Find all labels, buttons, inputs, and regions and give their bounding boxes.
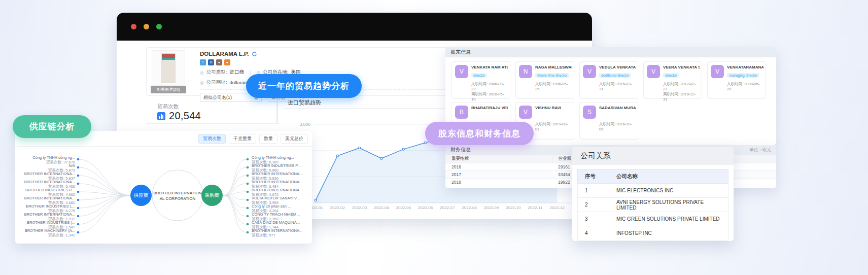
financial-cell: 2016 bbox=[445, 163, 552, 171]
buyer-name[interactable]: Công ty cổ phần sản ... bbox=[252, 204, 291, 209]
twitter-icon[interactable]: t bbox=[200, 59, 206, 65]
linkedin-icon[interactable]: in bbox=[208, 59, 214, 65]
leave-date: 离职时间: 2018-05-10 bbox=[471, 92, 507, 102]
chart-point bbox=[380, 157, 383, 159]
role-badge: managing director bbox=[727, 73, 759, 78]
supplier-name[interactable]: BROTHER INTERNATIONA... bbox=[24, 171, 75, 176]
shareholder-name: VENKATA RAM ATLURI bbox=[471, 65, 508, 70]
role-badge: additional director bbox=[599, 73, 631, 78]
role-badge: director bbox=[471, 73, 487, 78]
supply-chain-panel: 贸易次数千克重量数量美元总价 Công ty TNHH công ng...贸易… bbox=[15, 131, 312, 244]
x-axis-tick: 2022-12 bbox=[550, 205, 565, 210]
close-window-button[interactable] bbox=[131, 24, 136, 29]
supplier-name[interactable]: N/A bbox=[68, 163, 75, 168]
supply-tab-数量[interactable]: 数量 bbox=[259, 134, 277, 144]
supplier-node-dot bbox=[77, 183, 80, 185]
relation-row[interactable]: 3MIC GREEN SOLUTIONS PRIVATE LIMITED bbox=[578, 212, 728, 226]
company-site-icon[interactable]: ● bbox=[216, 59, 222, 65]
shareholder-name: VENKATARAMANA MAG... bbox=[727, 65, 763, 70]
supplier-name[interactable]: BROTHER INDUSTRIES (... bbox=[27, 220, 75, 225]
x-axis-tick: 2022-10 bbox=[506, 205, 521, 210]
role-badge: director bbox=[663, 73, 679, 78]
meta-divider: | bbox=[250, 70, 251, 75]
buyer-node-dot bbox=[247, 215, 249, 218]
buyer-name[interactable]: BROTHER INDUSTRIES P... bbox=[252, 163, 301, 168]
company-name: DOLLARAMA L.P. bbox=[200, 51, 249, 57]
company-image[interactable]: 相关图片(20) bbox=[151, 50, 186, 93]
avatar: S bbox=[583, 106, 596, 119]
buyer-name[interactable]: BROTHER INTERNATIONA... bbox=[252, 171, 302, 176]
shareholder-card[interactable]: VVENKATA RAM ATLURIdirector入职时间: 2006-08… bbox=[452, 61, 510, 99]
company-relations-panel: 公司关系 序号 公司名称 1MIC ELECTRONICS INC2AVNI E… bbox=[572, 147, 734, 241]
supplier-node-dot bbox=[77, 199, 80, 201]
refresh-icon[interactable] bbox=[252, 51, 257, 57]
financial-unit: 单位：欧元 bbox=[750, 145, 772, 154]
avatar: V bbox=[519, 106, 532, 119]
hub-company-circle[interactable] bbox=[152, 170, 203, 221]
buyer-node-dot bbox=[247, 158, 249, 161]
x-axis-tick: 2022-09 bbox=[484, 205, 499, 210]
shareholder-card[interactable]: SSADASIVAN MURALIKR...入职时间: 2016-10-06 bbox=[579, 102, 638, 140]
maximize-window-button[interactable] bbox=[156, 24, 162, 29]
avatar: V bbox=[583, 65, 596, 78]
relation-row[interactable]: 4INFOSTEP INC bbox=[578, 226, 728, 240]
related-images-label[interactable]: 相关图片(20) bbox=[151, 86, 186, 93]
role-badge: whole-time director bbox=[535, 73, 569, 78]
y-axis-tick: 3,000 bbox=[300, 122, 311, 127]
supplier-name[interactable]: BROTHER INTERNATIONA... bbox=[24, 180, 75, 184]
window-titlebar bbox=[117, 13, 592, 41]
hub-company-name-line1: BROTHER INTERNATION bbox=[154, 191, 202, 195]
shareholder-info-pill: 股东信息和财务信息 bbox=[425, 122, 534, 145]
join-date: 入职时间: 1996-05-25 bbox=[535, 82, 571, 92]
chart-point bbox=[425, 142, 427, 144]
buyer-name[interactable]: BROTHER INTERNATIONA... bbox=[252, 180, 302, 184]
avatar: N bbox=[519, 65, 532, 78]
supply-tab-美元总价[interactable]: 美元总价 bbox=[281, 134, 308, 144]
buyer-name[interactable]: BROTHER INTERNATIONA... bbox=[252, 188, 302, 192]
relations-title: 公司关系 bbox=[572, 147, 734, 165]
buyer-node-dot bbox=[247, 191, 249, 193]
supplier-name[interactable]: BROTHER INTERNATIONA... bbox=[24, 196, 75, 200]
minimize-window-button[interactable] bbox=[144, 24, 149, 29]
relation-cell: AVNI ENERGY SOLUTIONS PRIVATE LIMITED bbox=[609, 198, 728, 212]
buyer-hub-label: 采购商 bbox=[205, 192, 220, 198]
supply-tab-贸易次数[interactable]: 贸易次数 bbox=[198, 134, 226, 144]
buyer-name[interactable]: BROTHER INTERNATIONA... bbox=[252, 228, 302, 233]
shareholder-card[interactable]: VVEDULA VENKATA RAM...additional directo… bbox=[579, 61, 638, 99]
shareholder-name: VISHNU RAVI bbox=[535, 106, 561, 110]
supplier-node-dot bbox=[77, 223, 80, 226]
buyer-node-dot bbox=[247, 199, 249, 201]
shareholder-dates: 入职时间: 2019-08-07 bbox=[535, 122, 571, 132]
company-site-bullet-icon: ◎ bbox=[200, 80, 204, 85]
stats-divider bbox=[146, 123, 279, 124]
supplier-name[interactable]: BROTHER INTERNATIONA... bbox=[24, 212, 75, 217]
supply-tabs-rule bbox=[15, 146, 312, 147]
supplier-name[interactable]: Công ty TNHH công ng... bbox=[32, 155, 75, 160]
relation-cell: 4 bbox=[578, 226, 609, 240]
join-date: 入职时间: 2008-05-20 bbox=[727, 82, 762, 92]
buyer-name[interactable]: Công ty TNHH công ng... bbox=[252, 155, 294, 160]
company-site-label: 公司网址: bbox=[206, 79, 227, 86]
supplier-name[interactable]: BROTHER INDUSTRIES R... bbox=[25, 188, 75, 192]
shareholder-card[interactable]: VVEERA VENKATA SATYA...director入职时间: 201… bbox=[643, 61, 702, 99]
avatar: B bbox=[455, 106, 468, 119]
supply-tab-千克重量[interactable]: 千克重量 bbox=[229, 134, 256, 144]
relations-header-name: 公司名称 bbox=[609, 169, 728, 184]
avatar: V bbox=[647, 65, 660, 78]
product-photo bbox=[152, 50, 185, 86]
supplier-name[interactable]: BROTHER MACHINERY (A... bbox=[25, 228, 75, 233]
supplier-node-dot bbox=[77, 158, 80, 161]
x-axis-tick: 2022-07 bbox=[440, 205, 455, 210]
shareholder-card[interactable]: VVENKATARAMANA MAG...managing director入职… bbox=[707, 61, 766, 99]
shareholder-card[interactable]: NNAGA MALLESWARA R...whole-time director… bbox=[515, 61, 574, 99]
phone-icon[interactable]: ● bbox=[224, 59, 230, 65]
relation-cell: MIC GREEN SOLUTIONS PRIVATE LIMITED bbox=[609, 212, 728, 226]
buyer-name[interactable]: VOLTA MOTOR SANAYİ V... bbox=[252, 196, 300, 200]
buyer-name[interactable]: CASA DIAZ DE MAQUINA... bbox=[252, 220, 300, 225]
join-date: 入职时间: 2016-10-06 bbox=[599, 122, 635, 132]
relation-row[interactable]: 2AVNI ENERGY SOLUTIONS PRIVATE LIMITED bbox=[578, 198, 728, 212]
company-type-value: 进口商 bbox=[230, 69, 245, 76]
buyer-name[interactable]: CÔNG TY TRÁCH NHIỆM ... bbox=[252, 212, 300, 217]
supplier-name[interactable]: BROTHER INDUSTRIES L... bbox=[26, 204, 75, 209]
relation-row[interactable]: 1MIC ELECTRONICS INC bbox=[578, 184, 728, 198]
